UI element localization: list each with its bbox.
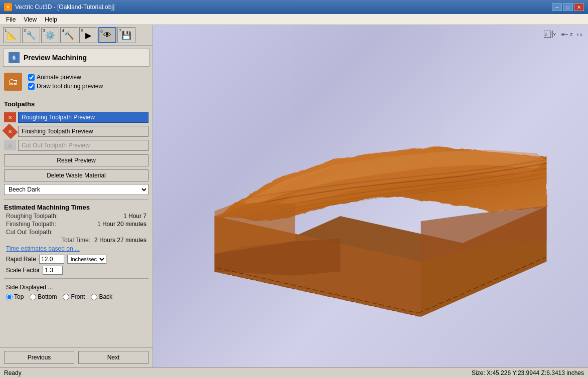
cutout-time-row: Cut Out Toolpath:: [4, 228, 149, 236]
reset-preview-button[interactable]: Reset Preview: [4, 154, 149, 166]
side-displayed-label: Side Displayed ...: [4, 282, 149, 292]
section-title: Preview Machining: [24, 54, 87, 62]
menu-bar: File View Help: [0, 14, 588, 25]
cutout-time-label: Cut Out Toolpath:: [6, 229, 53, 236]
animate-preview-checkbox[interactable]: [28, 74, 35, 81]
step-badge: 6: [9, 52, 20, 63]
radio-front[interactable]: Front: [63, 293, 85, 300]
divider-1: [4, 95, 149, 95]
cutout-icon: ◇: [4, 140, 16, 150]
radio-bottom-label: Bottom: [38, 293, 57, 300]
status-size: Size: X:45.226 Y:23.9944 Z:6.3413 inches: [472, 369, 584, 376]
radio-top-label: Top: [14, 293, 24, 300]
restore-button[interactable]: □: [563, 3, 573, 11]
divider-3: [4, 278, 149, 279]
scale-row: Scale Factor: [4, 265, 149, 275]
toolbar-step-2[interactable]: 2 🔧: [22, 27, 40, 43]
est-title: Estimated Machining Times: [4, 203, 149, 212]
window-title: Vectric Cut3D - [Oakland-Tutorial.obj]: [15, 4, 114, 11]
toolbar: 1 📐 2 🔧 3 ⚙️ 4 🔨 5 ▶ 6 👁: [0, 25, 153, 46]
panel-content: 🗂 Animate preview Draw tool during previ…: [0, 70, 153, 347]
total-time-label: Total Time:: [61, 237, 90, 244]
rapid-rate-input[interactable]: [39, 255, 64, 264]
toolbar-step-3[interactable]: 3 ⚙️: [41, 27, 59, 43]
3d-view-svg: [153, 25, 588, 367]
title-bar: V Vectric Cut3D - [Oakland-Tutorial.obj]…: [0, 0, 588, 14]
toolbar-step-1[interactable]: 1 📐: [3, 27, 21, 43]
material-select[interactable]: Beech Dark Pine Oak Mahogany Walnut: [4, 184, 149, 195]
menu-view[interactable]: View: [20, 15, 41, 24]
toolbar-step-7[interactable]: 7 💾: [117, 27, 135, 43]
finishing-icon: ✕: [2, 123, 18, 139]
total-time-value: 2 Hours 27 minutes: [94, 237, 146, 244]
roughing-time-row: Roughing Toolpath: 1 Hour 7: [4, 212, 149, 220]
divider-2: [4, 199, 149, 200]
previous-button[interactable]: Previous: [4, 351, 74, 364]
estimated-section: Estimated Machining Times Roughing Toolp…: [4, 203, 149, 253]
radio-top-input[interactable]: [6, 294, 13, 300]
section-header: 6 Preview Machining: [3, 49, 150, 67]
close-button[interactable]: ✕: [574, 3, 584, 11]
unit-select[interactable]: inches/sec mm/sec: [67, 255, 106, 264]
animate-preview-row: Animate preview: [26, 73, 105, 82]
menu-file[interactable]: File: [2, 15, 20, 24]
preview-icon: 🗂: [4, 73, 22, 91]
roughing-icon: ✕: [4, 112, 16, 122]
roughing-toolpath-button[interactable]: Roughing Toolpath Preview: [18, 112, 149, 123]
time-estimate-note[interactable]: Time estimates based on ...: [4, 244, 149, 253]
total-time-row: Total Time: 2 Hours 27 minutes: [4, 236, 149, 244]
toolpaths-label: Toolpaths: [4, 98, 149, 110]
minimize-button[interactable]: ─: [552, 3, 562, 11]
side-radio-group: Top Bottom Front Back: [4, 292, 149, 302]
scale-input[interactable]: [43, 266, 63, 275]
radio-front-label: Front: [71, 293, 85, 300]
radio-bottom-input[interactable]: [30, 294, 36, 300]
radio-back[interactable]: Back: [91, 293, 112, 300]
cutout-toolpath-button[interactable]: Cut Out Toolpath Preview: [18, 140, 149, 151]
roughing-time-label: Roughing Toolpath:: [6, 213, 58, 220]
finishing-time-row: Finishing Toolpath: 1 Hour 20 minutes: [4, 220, 149, 228]
draw-tool-row: Draw tool during preview: [26, 82, 105, 91]
rapid-rate-label: Rapid Rate: [6, 256, 36, 263]
toolbar-step-6[interactable]: 6 👁: [98, 27, 116, 43]
status-bar: Ready Size: X:45.226 Y:23.9944 Z:6.3413 …: [0, 367, 588, 378]
app-icon: V: [4, 3, 12, 11]
radio-back-label: Back: [99, 293, 112, 300]
finishing-toolpath-button[interactable]: Finishing Toolpath Preview: [18, 126, 149, 137]
toolbar-step-4[interactable]: 4 🔨: [60, 27, 78, 43]
bottom-nav: Previous Next: [0, 347, 153, 367]
radio-bottom[interactable]: Bottom: [30, 293, 57, 300]
radio-front-input[interactable]: [63, 294, 69, 300]
finishing-time-value: 1 Hour 20 minutes: [97, 221, 146, 228]
roughing-time-value: 1 Hour 7: [123, 213, 146, 220]
left-panel: 1 📐 2 🔧 3 ⚙️ 4 🔨 5 ▶ 6 👁: [0, 25, 153, 367]
menu-help[interactable]: Help: [41, 15, 61, 24]
radio-top[interactable]: Top: [6, 293, 24, 300]
scale-label: Scale Factor: [6, 267, 40, 274]
view-area[interactable]: z Y X Z Y X: [153, 25, 588, 367]
next-button[interactable]: Next: [78, 351, 149, 364]
finishing-time-label: Finishing Toolpath:: [6, 221, 56, 228]
delete-waste-button[interactable]: Delete Waste Material: [4, 169, 149, 181]
toolbar-step-5[interactable]: 5 ▶: [79, 27, 97, 43]
rapid-rate-row: Rapid Rate inches/sec mm/sec: [4, 253, 149, 265]
animate-preview-label: Animate preview: [37, 74, 81, 81]
draw-tool-label: Draw tool during preview: [37, 83, 103, 90]
status-ready: Ready: [4, 369, 22, 376]
draw-tool-checkbox[interactable]: [28, 83, 35, 90]
radio-back-input[interactable]: [91, 294, 97, 300]
